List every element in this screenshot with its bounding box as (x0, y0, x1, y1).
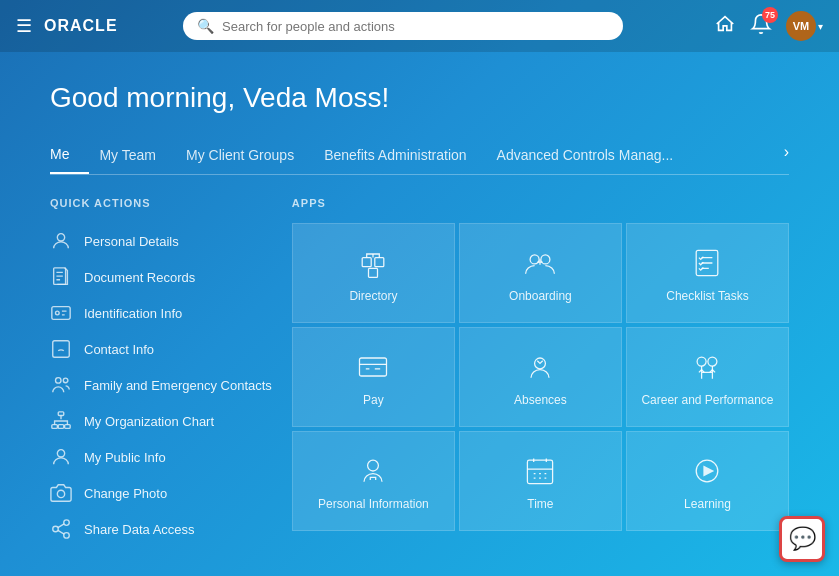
notifications-icon[interactable]: 75 (750, 13, 772, 39)
app-tile-onboarding[interactable]: Onboarding (459, 223, 622, 323)
search-bar[interactable]: 🔍 (183, 12, 623, 40)
svg-rect-18 (369, 269, 378, 278)
svg-point-13 (64, 520, 70, 526)
chat-bubble-icon: 💬 (789, 526, 816, 552)
svg-rect-16 (363, 258, 372, 267)
tab-client-groups[interactable]: My Client Groups (186, 139, 314, 173)
svg-rect-9 (58, 425, 64, 429)
tab-advanced-controls[interactable]: Advanced Controls Manag... (497, 139, 694, 173)
svg-point-14 (53, 526, 59, 532)
document-records-icon (50, 266, 72, 288)
share-data-icon (50, 518, 72, 540)
svg-rect-4 (53, 341, 70, 358)
app-tile-time[interactable]: Time (459, 431, 622, 531)
notification-badge: 75 (762, 7, 778, 23)
app-tile-checklist[interactable]: Checklist Tasks (626, 223, 789, 323)
action-family-emergency[interactable]: Family and Emergency Contacts (50, 367, 272, 403)
family-emergency-icon (50, 374, 72, 396)
contact-info-icon (50, 338, 72, 360)
svg-rect-7 (58, 412, 64, 416)
action-identification-info[interactable]: Identification Info (50, 295, 272, 331)
oracle-logo: ORACLE (44, 17, 118, 35)
app-personal-label: Personal Information (318, 497, 429, 513)
tab-my-team[interactable]: My Team (99, 139, 176, 173)
app-tile-career[interactable]: Career and Performance (626, 327, 789, 427)
header: ☰ ORACLE 🔍 75 VM ▾ (0, 0, 839, 52)
action-document-records[interactable]: Document Records (50, 259, 272, 295)
svg-point-0 (57, 234, 64, 241)
svg-point-26 (368, 460, 379, 471)
tab-benefits[interactable]: Benefits Administration (324, 139, 486, 173)
chat-button[interactable]: 💬 (779, 516, 825, 562)
hamburger-icon[interactable]: ☰ (16, 17, 32, 35)
search-icon: 🔍 (197, 18, 214, 34)
app-time-label: Time (527, 497, 553, 513)
svg-rect-10 (65, 425, 71, 429)
app-tile-personal[interactable]: Personal Information (292, 431, 455, 531)
app-career-label: Career and Performance (641, 393, 773, 409)
action-contact-info[interactable]: Contact Info (50, 331, 272, 367)
svg-point-25 (708, 357, 717, 366)
header-actions: 75 VM ▾ (714, 11, 823, 41)
action-public-info-label: My Public Info (84, 450, 166, 465)
app-onboarding-label: Onboarding (509, 289, 572, 305)
apps-label: APPS (292, 197, 789, 209)
app-tile-absences[interactable]: Absences (459, 327, 622, 427)
svg-rect-17 (375, 258, 384, 267)
action-document-records-label: Document Records (84, 270, 195, 285)
svg-point-15 (64, 533, 70, 539)
action-org-chart[interactable]: My Organization Chart (50, 403, 272, 439)
action-change-photo-label: Change Photo (84, 486, 167, 501)
action-share-data[interactable]: Share Data Access (50, 511, 272, 547)
app-checklist-label: Checklist Tasks (666, 289, 748, 305)
tabs-arrow[interactable]: › (784, 143, 789, 169)
svg-point-24 (698, 357, 707, 366)
home-icon[interactable] (714, 13, 736, 39)
action-personal-details-label: Personal Details (84, 234, 179, 249)
personal-details-icon (50, 230, 72, 252)
app-learning-label: Learning (684, 497, 731, 513)
svg-rect-22 (360, 358, 387, 376)
svg-point-12 (57, 490, 64, 497)
org-chart-icon (50, 410, 72, 432)
tab-me[interactable]: Me (50, 138, 89, 174)
action-share-data-label: Share Data Access (84, 522, 195, 537)
action-family-emergency-label: Family and Emergency Contacts (84, 378, 272, 393)
apps-section: APPS Directory (292, 197, 789, 547)
quick-actions-label: QUICK ACTIONS (50, 197, 272, 209)
svg-point-11 (57, 450, 64, 457)
public-info-icon (50, 446, 72, 468)
action-contact-info-label: Contact Info (84, 342, 154, 357)
svg-marker-29 (704, 466, 715, 477)
avatar-circle: VM (786, 11, 816, 41)
svg-rect-27 (528, 460, 553, 483)
action-change-photo[interactable]: Change Photo (50, 475, 272, 511)
app-tile-pay[interactable]: Pay (292, 327, 455, 427)
action-identification-info-label: Identification Info (84, 306, 182, 321)
action-personal-details[interactable]: Personal Details (50, 223, 272, 259)
svg-rect-2 (52, 307, 70, 320)
tabs-bar: Me My Team My Client Groups Benefits Adm… (50, 138, 789, 175)
app-tile-directory[interactable]: Directory (292, 223, 455, 323)
apps-grid: Directory Onboarding (292, 223, 789, 531)
greeting-text: Good morning, Veda Moss! (50, 82, 789, 114)
search-input[interactable] (222, 19, 609, 34)
app-tile-learning[interactable]: Learning (626, 431, 789, 531)
user-avatar[interactable]: VM ▾ (786, 11, 823, 41)
main-content: Good morning, Veda Moss! Me My Team My C… (0, 52, 839, 547)
svg-point-6 (63, 378, 68, 383)
app-pay-label: Pay (363, 393, 384, 409)
change-photo-icon (50, 482, 72, 504)
app-directory-label: Directory (349, 289, 397, 305)
action-public-info[interactable]: My Public Info (50, 439, 272, 475)
action-org-chart-label: My Organization Chart (84, 414, 214, 429)
chevron-down-icon: ▾ (818, 21, 823, 32)
app-absences-label: Absences (514, 393, 567, 409)
body-split: QUICK ACTIONS Personal Details Document … (50, 197, 789, 547)
svg-point-3 (56, 311, 60, 315)
svg-point-5 (56, 378, 62, 384)
svg-rect-8 (52, 425, 58, 429)
quick-actions-panel: QUICK ACTIONS Personal Details Document … (50, 197, 272, 547)
identification-info-icon (50, 302, 72, 324)
